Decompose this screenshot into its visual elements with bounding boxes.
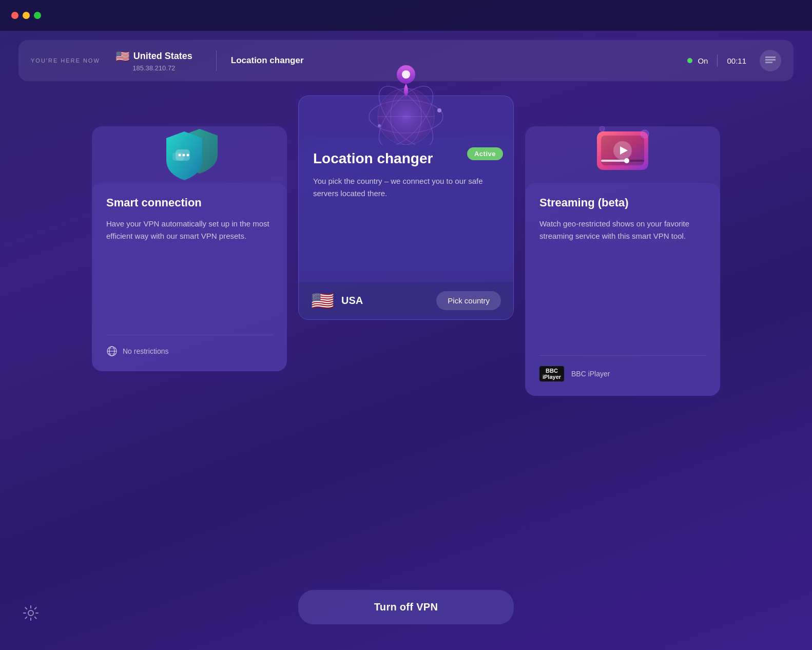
smart-connection-desc: Have your VPN automatically set up in th… — [106, 218, 273, 242]
svg-rect-7 — [172, 152, 184, 161]
streaming-service-name: BBC iPlayer — [571, 370, 610, 378]
mode-label: Location changer — [231, 55, 688, 66]
svg-point-19 — [437, 108, 441, 112]
country-name: 🇺🇸 United States — [115, 50, 192, 63]
no-restrictions-text: No restrictions — [123, 347, 168, 355]
country-text: United States — [133, 51, 192, 62]
svg-rect-28 — [601, 160, 627, 162]
svg-point-32 — [28, 610, 33, 616]
location-changer-card[interactable]: Active Location changer You pick the cou… — [298, 95, 514, 320]
smart-connection-title: Smart connection — [106, 196, 273, 209]
flag-button[interactable] — [760, 50, 781, 71]
bottom-bar: Turn off VPN — [298, 590, 514, 624]
close-button[interactable] — [11, 12, 18, 19]
location-changer-card-inner: Active Location changer You pick the cou… — [299, 137, 513, 272]
streaming-card[interactable]: Streaming (beta) Watch geo-restricted sh… — [525, 126, 720, 396]
location-globe-svg — [355, 50, 457, 145]
settings-button[interactable] — [21, 603, 41, 623]
svg-point-6 — [187, 154, 189, 157]
streaming-title: Streaming (beta) — [539, 196, 706, 209]
country-selector[interactable]: 🇺🇸 USA Pick country — [299, 282, 513, 319]
svg-rect-0 — [765, 56, 776, 58]
status-text: On — [698, 56, 708, 65]
svg-point-30 — [641, 130, 649, 138]
location-label: YOU'RE HERE NOW — [31, 58, 100, 64]
selected-country-name: USA — [341, 295, 363, 307]
status-separator — [717, 54, 718, 67]
selected-country: 🇺🇸 USA — [311, 292, 363, 310]
location-changer-desc: You pick the country – we connect you to… — [313, 175, 499, 200]
minimize-button[interactable] — [23, 12, 30, 19]
smart-connection-icon — [148, 121, 230, 183]
titlebar — [0, 0, 812, 31]
active-badge: Active — [467, 147, 503, 160]
traffic-lights — [11, 12, 41, 19]
selected-country-flag: 🇺🇸 — [311, 292, 334, 310]
smart-connection-card[interactable]: Smart connection Have your VPN automatic… — [92, 126, 287, 371]
maximize-button[interactable] — [34, 12, 41, 19]
connection-status: On 00:11 — [687, 50, 781, 71]
globe-illustration — [355, 50, 457, 145]
divider — [216, 50, 217, 71]
svg-point-20 — [378, 124, 381, 127]
svg-rect-1 — [765, 59, 776, 61]
bbc-logo-text: BBCiPlayer — [543, 368, 561, 380]
pick-country-button[interactable]: Pick country — [436, 291, 501, 310]
main-content: Smart connection Have your VPN automatic… — [0, 90, 812, 396]
svg-rect-2 — [765, 62, 772, 63]
smart-connection-footer: No restrictions — [106, 335, 273, 357]
streaming-icon — [584, 121, 661, 183]
svg-point-29 — [624, 158, 629, 163]
flag-icon — [765, 56, 776, 65]
bbc-logo: BBCiPlayer — [539, 366, 564, 381]
streaming-desc: Watch geo-restricted shows on your favor… — [539, 218, 706, 242]
status-dot — [687, 58, 692, 63]
country-flag: 🇺🇸 — [115, 50, 129, 63]
streaming-footer: BBCiPlayer BBC iPlayer — [539, 355, 706, 381]
streaming-illustration — [525, 126, 720, 183]
current-location: 🇺🇸 United States 185.38.210.72 — [115, 50, 192, 72]
smart-connection-card-inner: Smart connection Have your VPN automatic… — [92, 183, 287, 371]
turn-off-vpn-button[interactable]: Turn off VPN — [298, 590, 514, 624]
ip-address: 185.38.210.72 — [132, 64, 175, 72]
connection-timer: 00:11 — [727, 56, 746, 65]
globe-icon — [106, 346, 118, 357]
svg-point-22 — [402, 70, 410, 79]
gear-icon — [23, 605, 39, 621]
streaming-card-inner: Streaming (beta) Watch geo-restricted sh… — [525, 183, 720, 396]
svg-point-31 — [600, 126, 605, 131]
